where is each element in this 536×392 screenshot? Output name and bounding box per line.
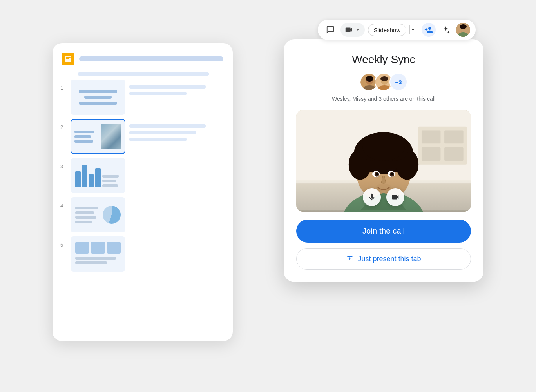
slide-thumbnail[interactable] xyxy=(71,197,125,232)
slide-line xyxy=(74,135,91,138)
present-icon xyxy=(346,255,354,263)
comments-icon xyxy=(326,25,335,34)
slide-line xyxy=(75,216,96,219)
chart-bar xyxy=(82,165,87,187)
slide-line xyxy=(75,257,116,260)
toolbar: Slideshow xyxy=(318,20,476,40)
add-people-button[interactable] xyxy=(422,23,436,37)
camera-button[interactable] xyxy=(386,188,404,206)
comments-button[interactable] xyxy=(323,23,337,37)
svg-rect-2 xyxy=(66,57,71,58)
slideshow-label: Slideshow xyxy=(374,27,400,33)
call-title: Weekly Sync xyxy=(296,53,471,66)
content-line xyxy=(129,92,187,95)
slide-thumbnail[interactable] xyxy=(71,158,125,193)
slides-list: 1 2 xyxy=(60,80,225,272)
plus-count-badge: +3 xyxy=(389,73,407,91)
slide-line xyxy=(84,96,112,99)
content-line xyxy=(129,124,206,128)
ai-sparkle-button[interactable] xyxy=(439,23,453,37)
mute-button[interactable] xyxy=(363,188,381,206)
svg-point-38 xyxy=(391,173,393,175)
camera-icon xyxy=(391,193,400,201)
svg-rect-22 xyxy=(444,147,463,161)
chart-bar xyxy=(75,171,81,187)
chevron-down-icon xyxy=(410,27,416,33)
slide-box xyxy=(107,242,121,254)
slide-line xyxy=(79,102,117,105)
svg-point-37 xyxy=(376,173,378,175)
list-item[interactable]: 3 xyxy=(60,158,225,193)
slide-line xyxy=(75,221,92,223)
participants-list: +3 xyxy=(296,73,471,91)
sparkle-icon xyxy=(442,25,450,34)
content-line xyxy=(129,85,206,89)
svg-point-15 xyxy=(380,76,388,81)
slide-number: 5 xyxy=(60,236,67,248)
avatar-image xyxy=(456,23,470,37)
slide-content-area xyxy=(129,119,225,141)
user-avatar[interactable] xyxy=(456,23,470,37)
bar-chart xyxy=(75,165,101,187)
slides-panel: 1 2 xyxy=(53,43,233,341)
slideshow-button[interactable]: Slideshow xyxy=(368,24,406,36)
slide-number: 3 xyxy=(60,158,67,169)
join-call-button[interactable]: Join the call xyxy=(296,220,471,243)
present-label: Just present this tab xyxy=(358,255,421,263)
video-icon xyxy=(344,25,353,34)
chart-bar xyxy=(89,174,94,187)
svg-rect-20 xyxy=(444,130,463,143)
slides-header xyxy=(60,53,225,65)
slide-number: 4 xyxy=(60,197,67,209)
slide-thumbnail[interactable] xyxy=(71,80,125,115)
list-item[interactable]: 5 xyxy=(60,236,225,272)
mic-icon xyxy=(368,193,376,201)
video-preview xyxy=(296,110,471,212)
slide-box xyxy=(75,242,89,254)
svg-rect-19 xyxy=(422,130,440,143)
slide-thumbnail-active[interactable] xyxy=(71,119,125,154)
slide-thumbnail[interactable] xyxy=(71,236,125,272)
pie-chart xyxy=(103,206,121,224)
svg-rect-4 xyxy=(66,60,70,60)
slide-line xyxy=(75,211,94,214)
call-modal: Weekly Sync +3 xyxy=(284,39,483,282)
slides-title-bar xyxy=(79,56,223,61)
slide-line xyxy=(79,90,117,93)
slide-line xyxy=(74,140,93,143)
svg-point-9 xyxy=(460,24,467,29)
content-line xyxy=(129,131,196,134)
slide-line xyxy=(74,131,94,133)
chart-bar xyxy=(95,168,101,187)
slide-box xyxy=(91,242,105,254)
present-tab-button[interactable]: Just present this tab xyxy=(296,248,471,270)
slides-subtitle-bar xyxy=(78,72,209,76)
slide-line xyxy=(75,261,107,264)
svg-rect-3 xyxy=(66,58,69,59)
slide-line xyxy=(75,207,98,209)
list-item[interactable]: 2 xyxy=(60,119,225,154)
slide-number: 2 xyxy=(60,119,67,130)
slideshow-dropdown-button[interactable] xyxy=(407,23,418,37)
svg-point-12 xyxy=(366,76,373,82)
slides-app-icon xyxy=(62,53,74,65)
slide-line xyxy=(102,184,118,187)
participants-label: Wesley, Missy and 3 others are on this c… xyxy=(296,96,471,102)
list-item[interactable]: 1 xyxy=(60,80,225,115)
video-button[interactable] xyxy=(340,23,365,37)
slide-image xyxy=(101,124,121,149)
slide-line xyxy=(102,180,116,182)
video-controls xyxy=(363,188,404,206)
slide-number: 1 xyxy=(60,80,67,91)
list-item[interactable]: 4 xyxy=(60,197,225,232)
svg-rect-21 xyxy=(422,147,440,161)
add-person-icon xyxy=(424,25,433,34)
svg-point-32 xyxy=(363,134,405,161)
content-line xyxy=(129,138,187,141)
slide-content-area xyxy=(129,80,225,95)
slide-line xyxy=(102,175,119,178)
chevron-down-icon xyxy=(355,27,361,33)
